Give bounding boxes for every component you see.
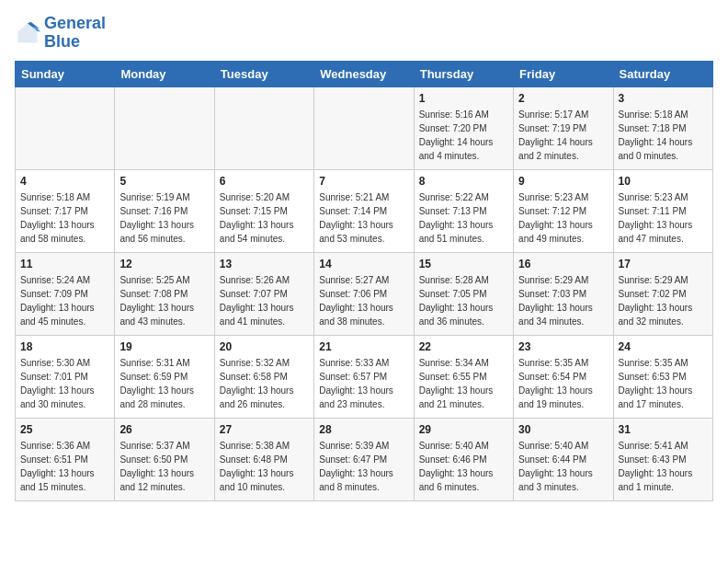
day-info: Sunrise: 5:18 AM Sunset: 7:17 PM Dayligh… xyxy=(20,190,109,246)
calendar-cell: 26Sunrise: 5:37 AM Sunset: 6:50 PM Dayli… xyxy=(115,418,214,500)
day-number: 3 xyxy=(619,92,708,105)
day-info: Sunrise: 5:19 AM Sunset: 7:16 PM Dayligh… xyxy=(119,190,209,246)
day-info: Sunrise: 5:32 AM Sunset: 6:58 PM Dayligh… xyxy=(220,356,309,411)
day-info: Sunrise: 5:40 AM Sunset: 6:44 PM Dayligh… xyxy=(518,439,608,494)
day-number: 5 xyxy=(119,175,209,188)
day-number: 14 xyxy=(319,258,408,270)
calendar-cell: 2Sunrise: 5:17 AM Sunset: 7:19 PM Daylig… xyxy=(514,86,613,169)
day-number: 9 xyxy=(518,175,608,188)
day-number: 6 xyxy=(220,175,309,188)
day-info: Sunrise: 5:38 AM Sunset: 6:48 PM Dayligh… xyxy=(220,439,309,494)
day-header-monday: Monday xyxy=(115,61,214,86)
day-number: 13 xyxy=(220,258,309,270)
day-number: 29 xyxy=(419,423,508,436)
calendar-cell: 18Sunrise: 5:30 AM Sunset: 7:01 PM Dayli… xyxy=(16,335,115,418)
calendar-cell: 1Sunrise: 5:16 AM Sunset: 7:20 PM Daylig… xyxy=(414,86,513,169)
calendar-table: SundayMondayTuesdayWednesdayThursdayFrid… xyxy=(15,61,713,501)
calendar-cell xyxy=(115,86,214,169)
day-info: Sunrise: 5:23 AM Sunset: 7:12 PM Dayligh… xyxy=(518,190,608,246)
calendar-cell: 10Sunrise: 5:23 AM Sunset: 7:11 PM Dayli… xyxy=(613,169,712,252)
day-number: 19 xyxy=(119,340,209,353)
calendar-cell: 4Sunrise: 5:18 AM Sunset: 7:17 PM Daylig… xyxy=(16,169,115,252)
calendar-cell: 14Sunrise: 5:27 AM Sunset: 7:06 PM Dayli… xyxy=(314,252,414,335)
day-number: 11 xyxy=(20,258,109,270)
day-info: Sunrise: 5:35 AM Sunset: 6:54 PM Dayligh… xyxy=(518,356,608,411)
day-number: 16 xyxy=(518,258,608,270)
day-number: 25 xyxy=(20,423,109,436)
day-info: Sunrise: 5:37 AM Sunset: 6:50 PM Dayligh… xyxy=(119,439,209,494)
calendar-cell: 27Sunrise: 5:38 AM Sunset: 6:48 PM Dayli… xyxy=(214,418,313,500)
calendar-cell: 16Sunrise: 5:29 AM Sunset: 7:03 PM Dayli… xyxy=(514,252,613,335)
logo: General Blue xyxy=(15,15,106,52)
day-number: 10 xyxy=(619,175,708,188)
calendar-cell: 3Sunrise: 5:18 AM Sunset: 7:18 PM Daylig… xyxy=(613,86,712,169)
calendar-cell: 6Sunrise: 5:20 AM Sunset: 7:15 PM Daylig… xyxy=(214,169,313,252)
day-header-wednesday: Wednesday xyxy=(314,61,414,86)
calendar-cell: 8Sunrise: 5:22 AM Sunset: 7:13 PM Daylig… xyxy=(414,169,513,252)
calendar-cell: 9Sunrise: 5:23 AM Sunset: 7:12 PM Daylig… xyxy=(514,169,613,252)
day-info: Sunrise: 5:36 AM Sunset: 6:51 PM Dayligh… xyxy=(20,439,109,494)
day-info: Sunrise: 5:18 AM Sunset: 7:18 PM Dayligh… xyxy=(619,108,708,163)
day-header-thursday: Thursday xyxy=(414,61,513,86)
week-row-5: 25Sunrise: 5:36 AM Sunset: 6:51 PM Dayli… xyxy=(16,418,713,500)
day-header-tuesday: Tuesday xyxy=(214,61,313,86)
calendar-cell: 30Sunrise: 5:40 AM Sunset: 6:44 PM Dayli… xyxy=(514,418,613,500)
calendar-cell: 12Sunrise: 5:25 AM Sunset: 7:08 PM Dayli… xyxy=(115,252,214,335)
day-info: Sunrise: 5:40 AM Sunset: 6:46 PM Dayligh… xyxy=(419,439,508,494)
day-number: 23 xyxy=(518,340,608,353)
day-number: 21 xyxy=(319,340,408,353)
day-number: 30 xyxy=(518,423,608,436)
day-number: 12 xyxy=(119,258,209,270)
day-number: 28 xyxy=(319,423,408,436)
calendar-cell: 22Sunrise: 5:34 AM Sunset: 6:55 PM Dayli… xyxy=(414,335,513,418)
logo-icon xyxy=(15,20,40,46)
day-info: Sunrise: 5:20 AM Sunset: 7:15 PM Dayligh… xyxy=(220,190,309,246)
calendar-cell: 25Sunrise: 5:36 AM Sunset: 6:51 PM Dayli… xyxy=(16,418,115,500)
day-info: Sunrise: 5:29 AM Sunset: 7:03 PM Dayligh… xyxy=(518,273,608,328)
day-header-friday: Friday xyxy=(514,61,613,86)
day-info: Sunrise: 5:31 AM Sunset: 6:59 PM Dayligh… xyxy=(119,356,209,411)
day-info: Sunrise: 5:30 AM Sunset: 7:01 PM Dayligh… xyxy=(20,356,109,411)
day-info: Sunrise: 5:26 AM Sunset: 7:07 PM Dayligh… xyxy=(220,273,309,328)
day-info: Sunrise: 5:33 AM Sunset: 6:57 PM Dayligh… xyxy=(319,356,408,411)
day-info: Sunrise: 5:21 AM Sunset: 7:14 PM Dayligh… xyxy=(319,190,408,246)
logo-text: General Blue xyxy=(44,15,106,52)
day-number: 24 xyxy=(619,340,708,353)
calendar-cell: 23Sunrise: 5:35 AM Sunset: 6:54 PM Dayli… xyxy=(514,335,613,418)
calendar-cell xyxy=(214,86,313,169)
calendar-cell xyxy=(314,86,414,169)
day-number: 15 xyxy=(419,258,508,270)
day-header-sunday: Sunday xyxy=(16,61,115,86)
week-row-4: 18Sunrise: 5:30 AM Sunset: 7:01 PM Dayli… xyxy=(16,335,713,418)
day-info: Sunrise: 5:29 AM Sunset: 7:02 PM Dayligh… xyxy=(619,273,708,328)
page-header: General Blue xyxy=(15,15,713,52)
day-info: Sunrise: 5:34 AM Sunset: 6:55 PM Dayligh… xyxy=(419,356,508,411)
calendar-cell: 21Sunrise: 5:33 AM Sunset: 6:57 PM Dayli… xyxy=(314,335,414,418)
day-header-saturday: Saturday xyxy=(613,61,712,86)
day-number: 26 xyxy=(119,423,209,436)
calendar-cell: 5Sunrise: 5:19 AM Sunset: 7:16 PM Daylig… xyxy=(115,169,214,252)
week-row-3: 11Sunrise: 5:24 AM Sunset: 7:09 PM Dayli… xyxy=(16,252,713,335)
calendar-cell xyxy=(16,86,115,169)
calendar-cell: 7Sunrise: 5:21 AM Sunset: 7:14 PM Daylig… xyxy=(314,169,414,252)
day-number: 4 xyxy=(20,175,109,188)
calendar-cell: 28Sunrise: 5:39 AM Sunset: 6:47 PM Dayli… xyxy=(314,418,414,500)
day-info: Sunrise: 5:28 AM Sunset: 7:05 PM Dayligh… xyxy=(419,273,508,328)
day-info: Sunrise: 5:24 AM Sunset: 7:09 PM Dayligh… xyxy=(20,273,109,328)
day-info: Sunrise: 5:41 AM Sunset: 6:43 PM Dayligh… xyxy=(619,439,708,494)
day-number: 22 xyxy=(419,340,508,353)
day-number: 1 xyxy=(419,92,508,105)
day-number: 17 xyxy=(619,258,708,270)
day-info: Sunrise: 5:25 AM Sunset: 7:08 PM Dayligh… xyxy=(119,273,209,328)
week-row-2: 4Sunrise: 5:18 AM Sunset: 7:17 PM Daylig… xyxy=(16,169,713,252)
day-number: 7 xyxy=(319,175,408,188)
day-number: 8 xyxy=(419,175,508,188)
day-info: Sunrise: 5:35 AM Sunset: 6:53 PM Dayligh… xyxy=(619,356,708,411)
day-number: 31 xyxy=(619,423,708,436)
calendar-cell: 24Sunrise: 5:35 AM Sunset: 6:53 PM Dayli… xyxy=(613,335,712,418)
day-number: 18 xyxy=(20,340,109,353)
day-info: Sunrise: 5:23 AM Sunset: 7:11 PM Dayligh… xyxy=(619,190,708,246)
calendar-cell: 17Sunrise: 5:29 AM Sunset: 7:02 PM Dayli… xyxy=(613,252,712,335)
day-info: Sunrise: 5:17 AM Sunset: 7:19 PM Dayligh… xyxy=(518,108,608,163)
day-info: Sunrise: 5:22 AM Sunset: 7:13 PM Dayligh… xyxy=(419,190,508,246)
